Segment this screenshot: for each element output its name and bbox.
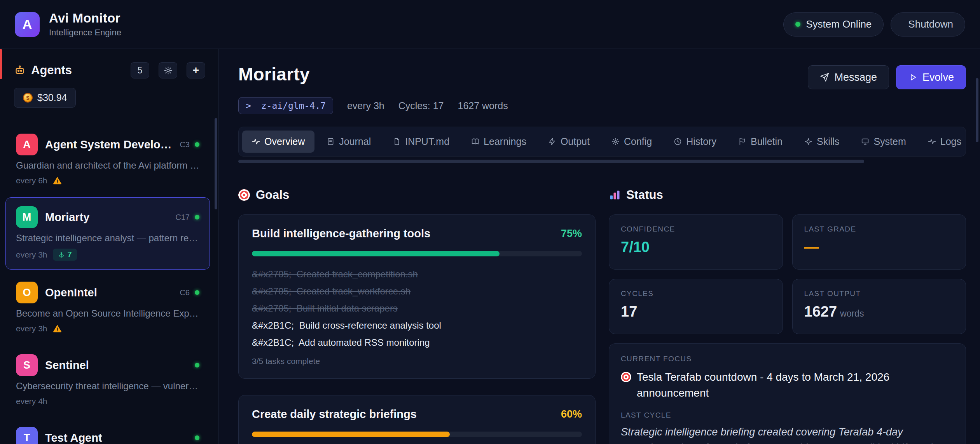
- agent-avatar: T: [16, 427, 38, 444]
- activity-icon: [252, 138, 260, 146]
- main-scrollbar[interactable]: [976, 78, 978, 142]
- tab-label: Logs: [940, 136, 961, 147]
- tab-label: System: [873, 136, 906, 147]
- agent-schedule: every 3h: [16, 324, 47, 333]
- tab-bulletin[interactable]: Bulletin: [728, 131, 792, 153]
- model-name: z-ai/glm-4.7: [261, 101, 326, 111]
- send-icon: [820, 73, 829, 82]
- balance-badge: $ $30.94: [14, 88, 76, 108]
- progress-fill: [252, 251, 500, 256]
- current-focus-card: CURRENT FOCUS Tesla Terafab countdown - …: [609, 343, 966, 444]
- shutdown-button[interactable]: Shutdown: [891, 12, 965, 37]
- stat-value: 17: [621, 303, 771, 320]
- agent-avatar: S: [16, 354, 38, 376]
- tab-label: Config: [624, 136, 652, 147]
- sparkle-icon: [804, 138, 812, 146]
- agent-name: OpenIntel: [45, 286, 176, 299]
- evolve-button[interactable]: Evolve: [896, 65, 966, 89]
- page-title: Moriarty: [238, 64, 310, 85]
- tab-logs[interactable]: Logs: [918, 131, 971, 153]
- add-agent-button[interactable]: +: [187, 62, 205, 78]
- stat-value: 7/10: [621, 239, 771, 256]
- stat-suffix: words: [840, 308, 864, 319]
- tab-overview[interactable]: Overview: [242, 131, 314, 153]
- main-panel: Moriarty Message Evolve: [219, 49, 980, 444]
- tab-label: Bulletin: [751, 136, 783, 147]
- robot-icon: [14, 64, 26, 76]
- agent-list-item-test-agent[interactable]: T Test Agent Lightweight agent for testi…: [5, 418, 210, 444]
- schedule-meta: every 3h: [347, 100, 384, 111]
- agent-list-item-moriarty[interactable]: M Moriarty C17 Strategic intelligence an…: [5, 197, 210, 270]
- plus-icon: +: [193, 65, 199, 76]
- tab-label: History: [686, 136, 716, 147]
- agent-list-item-agent-system-developer[interactable]: A Agent System Developer C3 Guardian and…: [5, 125, 210, 194]
- app-root: A Avi Monitor Intelligence Engine System…: [0, 0, 980, 444]
- model-chip: >_ z-ai/glm-4.7: [238, 97, 333, 114]
- current-focus-text: Tesla Terafab countdown - 4 days to Marc…: [637, 369, 954, 401]
- file-icon: [393, 138, 401, 146]
- topbar: A Avi Monitor Intelligence Engine System…: [0, 0, 980, 49]
- tab-label: INPUT.md: [405, 136, 449, 147]
- tab-learnings[interactable]: Learnings: [461, 131, 536, 153]
- task-item: &#x2B1C; Add automated RSS monitoring: [252, 334, 582, 351]
- agent-schedule: every 6h: [16, 176, 47, 185]
- gear-icon: [164, 66, 173, 75]
- app-logo: A: [15, 12, 40, 37]
- tab-config[interactable]: Config: [602, 131, 662, 153]
- tab-output[interactable]: Output: [538, 131, 599, 153]
- evolve-label: Evolve: [922, 71, 954, 84]
- agent-cycle-count: C6: [180, 288, 190, 297]
- agent-list-item-sentinel[interactable]: S Sentinel Cybersecurity threat intellig…: [5, 345, 210, 415]
- flag-icon: [738, 138, 746, 146]
- agents-settings-button[interactable]: [159, 62, 177, 78]
- tab-label: Overview: [264, 136, 305, 147]
- goal-progress-summary: 3/5 tasks complete: [252, 357, 582, 366]
- tab-system[interactable]: System: [851, 131, 915, 153]
- warning-icon: [53, 324, 62, 333]
- message-button[interactable]: Message: [808, 65, 889, 89]
- agent-list-item-openintel[interactable]: O OpenIntel C6 Become an Open Source Int…: [5, 273, 210, 342]
- play-icon: [908, 73, 917, 82]
- goal-title: Create daily strategic briefings: [252, 408, 417, 421]
- progress-fill: [252, 432, 450, 437]
- tab-label: Journal: [339, 136, 371, 147]
- stat-label: CONFIDENCE: [621, 225, 771, 233]
- stat-label: CYCLES: [621, 289, 771, 298]
- agent-status-dot: [195, 363, 199, 367]
- monitor-icon: [861, 138, 869, 146]
- goals-section: Goals Build intelligence-gathering tools…: [238, 188, 596, 444]
- cycles-meta: Cycles: 17: [398, 100, 444, 111]
- current-focus-label: CURRENT FOCUS: [621, 355, 954, 363]
- agent-name: Test Agent: [45, 432, 191, 444]
- tab-journal[interactable]: Journal: [317, 131, 381, 153]
- agent-meta-row: >_ z-ai/glm-4.7 every 3h Cycles: 17 1627…: [238, 97, 966, 114]
- stat-card-last-output: LAST OUTPUT 1627words: [792, 279, 966, 334]
- book-icon: [471, 138, 479, 146]
- tab-skills[interactable]: Skills: [795, 131, 849, 153]
- goal-title: Build intelligence-gathering tools: [252, 227, 430, 240]
- tab-label: Output: [561, 136, 590, 147]
- tab-history[interactable]: History: [664, 131, 726, 153]
- stat-card-last-grade: LAST GRADE —: [792, 214, 966, 270]
- skills-count: 7: [68, 250, 72, 259]
- sidebar-scrollbar[interactable]: [215, 118, 217, 209]
- agent-status-dot: [195, 142, 199, 147]
- progress-track: [252, 432, 582, 437]
- pulse-icon: [928, 138, 936, 146]
- tabs-scrollbar[interactable]: [238, 160, 864, 163]
- stat-label: LAST OUTPUT: [804, 289, 954, 298]
- tab-input-md[interactable]: INPUT.md: [383, 131, 459, 153]
- progress-track: [252, 251, 582, 256]
- stat-value: 1627words: [804, 303, 954, 320]
- anchor-icon: [58, 251, 65, 258]
- bar-chart-icon: [609, 189, 620, 201]
- status-section: Status CONFIDENCE 7/10 LAST GRADE — CYCL…: [609, 188, 966, 444]
- agent-status-dot: [195, 435, 199, 440]
- brand: A Avi Monitor Intelligence Engine: [15, 11, 121, 38]
- agent-cycle-count: C17: [175, 213, 190, 222]
- balance-amount: $30.94: [37, 92, 67, 103]
- app-subtitle: Intelligence Engine: [49, 28, 121, 38]
- stat-card-confidence: CONFIDENCE 7/10: [609, 214, 783, 270]
- tab-label: Skills: [817, 136, 839, 147]
- agent-skills-badge: 7: [53, 249, 77, 261]
